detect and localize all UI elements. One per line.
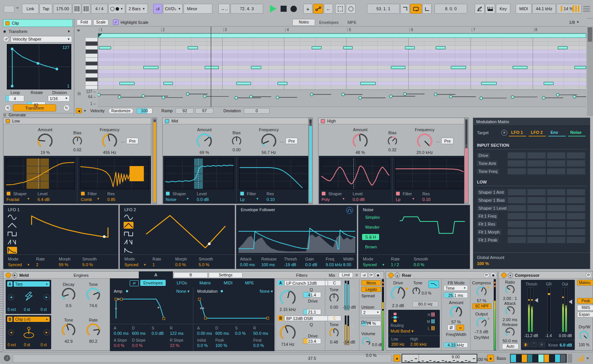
midi-note[interactable] (119, 82, 135, 85)
envelope-handle[interactable] (115, 298, 118, 300)
midi-note[interactable] (481, 82, 497, 85)
note-row[interactable] (98, 54, 586, 58)
makeup-button[interactable]: Makeu (577, 280, 593, 286)
draw-mode-icon[interactable] (475, 4, 485, 14)
info-icon[interactable]: i (4, 355, 10, 361)
clip-overview-toggle[interactable]: ▲ (394, 355, 400, 362)
capture-midi-icon[interactable] (346, 4, 356, 14)
meld-subtab-midi[interactable]: MIDI (221, 280, 235, 286)
matrix-cell[interactable] (547, 152, 566, 159)
punch-out-icon[interactable] (422, 4, 431, 14)
matrix-column-env[interactable]: Env (551, 130, 558, 135)
velocity-marker[interactable] (573, 95, 576, 98)
matrix-cell[interactable] (547, 160, 566, 167)
matrix-cell[interactable] (566, 205, 585, 212)
midi-note[interactable] (574, 66, 586, 69)
midi-note[interactable] (312, 46, 322, 49)
envfollow-param-value[interactable]: 8.00 (343, 262, 351, 267)
amp-envelope-display[interactable] (113, 295, 189, 322)
scale-aware-icon[interactable]: ♭♯ (361, 272, 367, 278)
lfo-rate-value[interactable]: 2 (36, 262, 38, 267)
env-param-value[interactable]: 0.00 ms (197, 331, 212, 336)
link-envelopes-icon[interactable]: ⇄ (130, 280, 139, 286)
sine-icon[interactable] (124, 213, 133, 220)
clip-overview[interactable] (402, 354, 477, 363)
matrix-cell[interactable] (547, 221, 566, 228)
envelope-follower-display[interactable] (238, 214, 355, 253)
filter-res-value[interactable]: 0.10 (267, 197, 275, 202)
filter-type-select[interactable]: Lp (240, 197, 245, 202)
matrix-cell[interactable] (547, 213, 566, 220)
velocity-marker[interactable] (249, 95, 253, 98)
output-meter-icon[interactable] (578, 355, 584, 361)
note-row[interactable] (98, 58, 586, 61)
band-activator-checkbox[interactable] (165, 119, 169, 123)
note-row[interactable] (98, 62, 586, 66)
triangle-icon[interactable] (124, 222, 133, 229)
piano-key[interactable] (86, 50, 97, 53)
envfollow-param-value[interactable]: 9.03 kHz (326, 262, 342, 267)
volume-knob[interactable] (361, 337, 371, 347)
key-map-button[interactable]: Key (496, 4, 510, 14)
hot-swap-icon[interactable]: ⟳ (368, 272, 374, 278)
velocity-marker[interactable] (358, 96, 362, 99)
filter-type-select[interactable]: Lp (396, 197, 400, 202)
matrix-cell[interactable] (527, 221, 546, 228)
envfollow-param-value[interactable]: -19 dB (284, 262, 296, 267)
piano-keys-column[interactable] (86, 38, 98, 89)
meld-subtab-matrix[interactable]: Matrix (196, 280, 214, 286)
stop-button[interactable] (281, 6, 287, 12)
band-title-bar[interactable]: High (318, 118, 466, 124)
release-knob[interactable] (505, 327, 515, 337)
filter-b-c-button[interactable]: C (328, 315, 341, 321)
tab-b[interactable]: B (174, 272, 208, 278)
note-row[interactable] (98, 70, 586, 74)
output-knob[interactable] (476, 317, 487, 328)
save-preset-icon[interactable]: ◉ (490, 272, 496, 278)
midi-note[interactable] (163, 82, 173, 85)
link-button[interactable]: Link (22, 4, 39, 14)
loop-length-display[interactable]: 8. 0. 0 (435, 4, 467, 14)
note-row[interactable] (98, 38, 586, 42)
velocity-marker[interactable] (542, 96, 545, 99)
velocity-marker[interactable] (141, 94, 145, 98)
midi-map-button[interactable]: MIDI (516, 4, 532, 14)
noise-type-wander[interactable]: Wander (362, 224, 383, 230)
knee-value[interactable]: 6.0 dB (560, 343, 572, 347)
device-collapse-icon[interactable]: ▲ (395, 273, 400, 278)
env-param-value[interactable]: 122 ms (170, 331, 184, 336)
shaper-type-select[interactable]: Poly (322, 197, 329, 202)
piano-key[interactable] (86, 82, 97, 85)
matrix-cell[interactable] (507, 197, 526, 204)
track-name[interactable]: Bass (497, 356, 506, 361)
device-rail[interactable] (0, 271, 3, 352)
shaper-type-select[interactable]: Noise (166, 197, 176, 202)
mod-route-select[interactable]: None ▾ (260, 289, 273, 294)
shaper-graph[interactable] (321, 158, 390, 189)
matrix-column-lfo1[interactable]: LFO 1 (511, 130, 523, 135)
triangle-icon[interactable] (7, 222, 17, 229)
filter-a-gain-handle[interactable] (350, 287, 354, 292)
midi-note[interactable] (251, 66, 261, 69)
scale-root-select[interactable]: C#/D♭▼ (163, 4, 183, 14)
engine-b-next-icon[interactable]: ▶ (44, 329, 50, 336)
auto-release-button[interactable]: Auto (502, 344, 519, 349)
pre-button[interactable]: Pre (126, 138, 138, 144)
midi-note[interactable] (236, 82, 251, 85)
engine-a-knob2[interactable] (86, 287, 100, 302)
metronome-icon[interactable] (73, 4, 81, 14)
tempo-display[interactable]: 175.00 (53, 4, 72, 14)
midi-note[interactable] (99, 46, 111, 49)
activity-view-button[interactable]: ▮ı (522, 342, 529, 347)
band-title-bar[interactable]: Low (3, 118, 151, 124)
env-param-value[interactable]: 0.0 % (235, 331, 246, 336)
engine-b-knob1[interactable] (61, 323, 76, 337)
matrix-cell[interactable] (566, 152, 585, 159)
computer-midi-keyboard-icon[interactable] (485, 4, 495, 14)
midi-note[interactable] (405, 46, 415, 49)
env-param-value[interactable]: 0.0 % (197, 343, 208, 348)
comp-drywet-knob[interactable] (579, 330, 589, 341)
global-amount-value[interactable]: 100 % (477, 261, 489, 266)
follow-button[interactable]: →‥ (218, 4, 230, 14)
punch-in-icon[interactable] (400, 4, 409, 14)
